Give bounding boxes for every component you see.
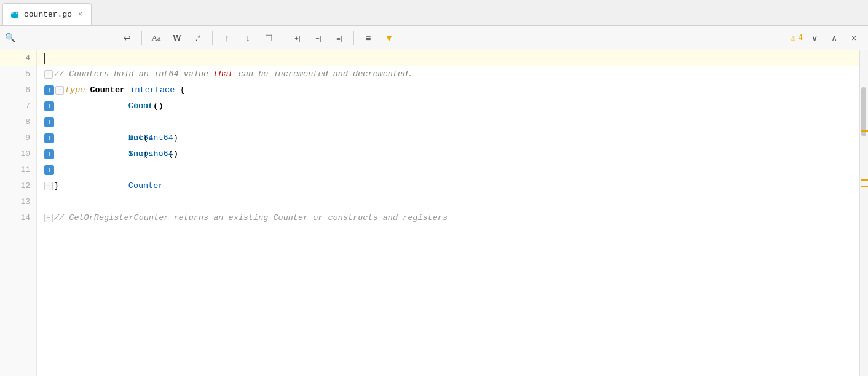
empty-line-13 [44,194,49,210]
search-icon: 🔍 [5,33,15,43]
fold-icon-12[interactable]: − [44,182,53,190]
warning-marker-3 [861,186,868,187]
svg-rect-7 [14,16,17,17]
line-num-11: 11 [0,162,36,178]
warning-count: 4 [798,33,803,42]
regex-button[interactable]: .* [189,29,207,47]
interface-icon-10: I [44,149,54,159]
warning-badge: ⚠️ 4 [791,33,803,43]
warning-marker-2 [861,179,868,181]
tab-counter-go[interactable]: counter.go × [2,3,92,25]
fold-icon-14[interactable]: − [44,214,53,222]
brace-open-6: { [180,82,184,98]
tab-label: counter.go [24,10,72,19]
interface-icon-11: I [44,165,54,175]
close-search-button[interactable]: × [845,29,863,47]
line-number-gutter: 4 5 6 7 8 9 10 11 12 13 14 [0,50,37,376]
code-line-4 [37,50,859,66]
fold-icon-6[interactable]: − [55,86,64,95]
svg-point-9 [17,16,18,17]
comment-line14: // GetOrRegisterCounter returns an exist… [54,210,448,226]
line-num-5: 5 [0,66,36,82]
tab-bar: counter.go × [0,0,868,26]
prev-match-button[interactable]: ↑ [218,29,236,47]
svg-point-5 [13,12,14,13]
match-case-button[interactable]: Aa [147,29,165,47]
warning-icon: ⚠️ [791,33,795,43]
separator-3 [283,31,283,45]
replace-toggle-button[interactable]: ↩ [118,29,136,47]
scrollbar-thumb[interactable] [861,87,866,136]
select-all-button[interactable]: ☐ [259,29,278,47]
brace-close-12: } [54,178,59,194]
add-cursor-above-button[interactable]: +| [288,29,307,47]
scrollbar[interactable] [859,50,868,376]
svg-point-8 [11,16,13,17]
code-line-12: − } [37,178,859,194]
add-cursor-below-button[interactable]: −| [309,29,328,47]
code-editor[interactable]: − // Counters hold an int64 value that c… [37,50,859,376]
separator-1 [141,31,142,45]
svg-point-6 [17,12,17,13]
toolbar: 🔍 ↩ Aa W .* ↑ ↓ ☐ +| −| ≡| ≡ ▼ ⚠️ 4 ∨ ∧ … [0,26,868,50]
multi-cursor-button[interactable]: ≡| [330,29,349,47]
warning-next-button[interactable]: ∧ [825,29,843,47]
line-num-14: 14 [0,210,36,226]
line-num-6: 6 [0,82,36,98]
warning-prev-button[interactable]: ∨ [805,29,824,47]
interface-icon-9: I [44,133,54,143]
separator-2 [212,31,213,45]
line-num-10: 10 [0,146,36,162]
line-num-13: 13 [0,194,36,210]
search-area: 🔍 [5,33,116,43]
line-num-12: 12 [0,178,36,194]
fold-icon-5[interactable]: − [44,70,53,79]
code-line-13 [37,194,859,210]
search-input[interactable] [17,33,115,42]
code-line-5: − // Counters hold an int64 value that c… [37,66,859,82]
warning-marker-1 [861,130,868,132]
code-line-14: − // GetOrRegisterCounter returns an exi… [37,210,859,226]
line-num-7: 7 [0,98,36,114]
code-area: 4 5 6 7 8 9 10 11 12 13 14 − // Counters… [0,50,868,376]
keyword-type: type [65,82,85,98]
separator-4 [353,31,354,45]
comment-line5: // Counters hold an int64 value that can… [54,66,412,82]
next-match-button[interactable]: ↓ [239,29,257,47]
line-num-4: 4 [0,50,36,66]
interface-icon-8: I [44,117,54,127]
interface-icon-6: I [44,85,54,95]
text-cursor [44,53,45,64]
whole-word-button[interactable]: W [168,29,186,47]
line-num-9: 9 [0,130,36,146]
toggle-replace-button[interactable]: ≡ [359,29,377,47]
tab-close-button[interactable]: × [78,10,82,19]
line-num-8: 8 [0,114,36,130]
interface-icon-7: I [44,101,54,111]
code-line-11: I Snapshot() Counter [37,162,859,178]
toolbar-right: ⚠️ 4 ∨ ∧ × [791,29,863,47]
filter-button[interactable]: ▼ [380,29,398,47]
go-logo-icon [9,9,20,20]
